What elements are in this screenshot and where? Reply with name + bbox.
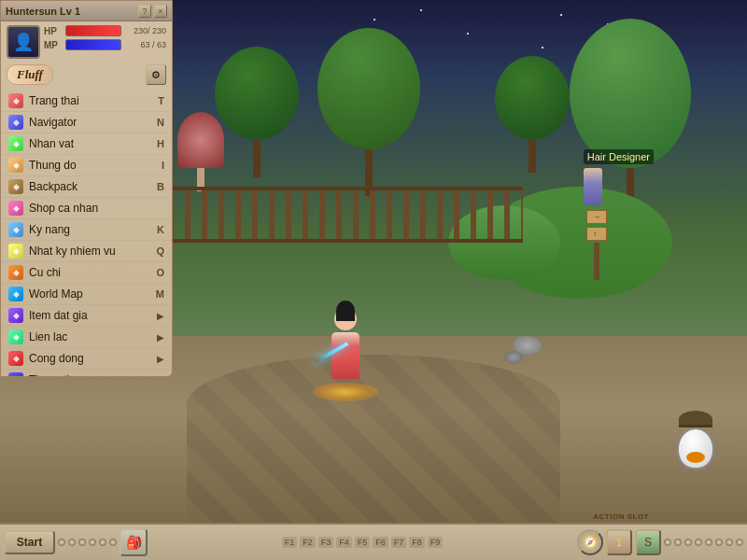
function-key-f9[interactable]: F9 bbox=[428, 537, 444, 548]
menu-arrow-cong-dong: ▶ bbox=[157, 354, 164, 364]
menu-key-nhat-ky: Q bbox=[151, 245, 164, 257]
menu-label-cu-chi: Cu chi bbox=[29, 266, 146, 279]
menu-item-world-map[interactable]: World MapM bbox=[1, 284, 172, 305]
npc-figure bbox=[584, 168, 602, 205]
mushroom-tree bbox=[177, 112, 224, 191]
function-key-f7[interactable]: F7 bbox=[391, 537, 407, 548]
taskbar-dot bbox=[684, 539, 692, 546]
menu-list: Trang thaiTNavigatorNNhan vatHThung doIB… bbox=[1, 87, 172, 376]
panel-title-icons: ? × bbox=[138, 5, 167, 18]
menu-label-lien-lac: Lien lac bbox=[29, 330, 151, 343]
menu-icon-nhan-vat bbox=[8, 136, 23, 151]
function-key-f1[interactable]: F1 bbox=[282, 537, 298, 548]
function-key-f4[interactable]: F4 bbox=[336, 537, 352, 548]
stats-area: 👤 HP 230/ 230 MP 63 / 63 bbox=[1, 21, 172, 63]
char-hair bbox=[336, 301, 355, 321]
menu-label-nhan-vat: Nhan vat bbox=[29, 137, 146, 150]
signpost: → ↑ bbox=[586, 210, 607, 280]
function-key-f2[interactable]: F2 bbox=[300, 537, 316, 548]
menu-label-item-dat-gia: Item dat gia bbox=[29, 309, 151, 322]
menu-item-cong-dong[interactable]: Cong dong▶ bbox=[1, 348, 172, 370]
menu-item-shop-ca-nhan[interactable]: Shop ca nhan bbox=[1, 198, 172, 219]
penguin-mascot bbox=[672, 411, 719, 467]
mp-fill bbox=[66, 40, 120, 49]
background-tree bbox=[215, 47, 299, 177]
char-weapon bbox=[315, 342, 349, 363]
menu-label-backpack: Backpack bbox=[29, 180, 146, 193]
function-key-f8[interactable]: F8 bbox=[409, 537, 425, 548]
menu-label-ky-nang: Ky nang bbox=[29, 223, 146, 236]
menu-arrow-thong-tin: ▶ bbox=[157, 375, 164, 377]
compass-icon[interactable]: 🧭 bbox=[577, 529, 603, 555]
char-head bbox=[334, 308, 357, 330]
menu-item-thung-do[interactable]: Thung doI bbox=[1, 155, 172, 176]
star bbox=[542, 47, 543, 49]
taskbar-dot bbox=[99, 539, 106, 546]
taskbar-dot bbox=[89, 539, 96, 546]
secondary-slot-icon[interactable]: S bbox=[635, 529, 661, 555]
menu-item-ky-nang[interactable]: Ky nangK bbox=[1, 219, 172, 241]
stone-path bbox=[187, 355, 560, 523]
star bbox=[560, 14, 562, 16]
function-key-f5[interactable]: F5 bbox=[355, 537, 371, 548]
star bbox=[374, 19, 375, 21]
menu-item-nhan-vat[interactable]: Nhan vatH bbox=[1, 133, 172, 155]
function-key-f6[interactable]: F6 bbox=[373, 537, 388, 548]
char-extra-icon[interactable]: ⚙ bbox=[146, 64, 166, 85]
taskbar-dots-right bbox=[664, 539, 743, 546]
menu-icon-world-map bbox=[8, 287, 23, 301]
menu-icon-backpack bbox=[8, 179, 23, 194]
menu-label-world-map: World Map bbox=[29, 287, 146, 301]
mp-bar bbox=[65, 39, 121, 50]
background-tree bbox=[317, 28, 420, 196]
signpost-sign1: → bbox=[586, 210, 607, 224]
menu-item-nhat-ky[interactable]: Nhat ky nhiem vuQ bbox=[1, 241, 172, 262]
hp-bar bbox=[65, 25, 121, 36]
hair-designer-label: Hair Designer bbox=[584, 149, 654, 164]
menu-icon-navigator bbox=[8, 115, 23, 130]
penguin-body bbox=[677, 427, 714, 469]
menu-item-cu-chi[interactable]: Cu chiO bbox=[1, 262, 172, 284]
menu-icon-item-dat-gia bbox=[8, 308, 23, 323]
menu-key-backpack: B bbox=[151, 181, 164, 192]
menu-key-ky-nang: K bbox=[151, 224, 164, 235]
panel-titlebar: Huntersun Lv 1 ? × bbox=[1, 1, 172, 21]
menu-icon-lien-lac bbox=[8, 329, 23, 344]
menu-item-item-dat-gia[interactable]: Item dat gia▶ bbox=[1, 305, 172, 327]
menu-icon-thung-do bbox=[8, 158, 23, 173]
hp-value: 230/ 230 bbox=[124, 26, 166, 35]
start-button[interactable]: Start bbox=[4, 530, 55, 554]
taskbar: Start 🎒 F1F2F3F4F5F6F7F8F9 🧭 1 S bbox=[0, 523, 747, 560]
menu-item-trang-thai[interactable]: Trang thaiT bbox=[1, 91, 172, 112]
mp-label: MP bbox=[44, 40, 63, 50]
help-button[interactable]: ? bbox=[138, 5, 151, 18]
menu-icon-nhat-ky bbox=[8, 244, 23, 259]
menu-key-cu-chi: O bbox=[151, 267, 164, 278]
fence bbox=[168, 187, 523, 243]
menu-item-backpack[interactable]: BackpackB bbox=[1, 176, 172, 198]
menu-item-navigator[interactable]: NavigatorN bbox=[1, 112, 172, 133]
menu-key-trang-thai: T bbox=[151, 95, 164, 106]
taskbar-dots-left bbox=[58, 539, 117, 546]
menu-icon-ky-nang bbox=[8, 222, 23, 237]
menu-item-lien-lac[interactable]: Lien lac▶ bbox=[1, 327, 172, 348]
background-tree-right2 bbox=[495, 56, 570, 173]
menu-label-nhat-ky: Nhat ky nhiem vu bbox=[29, 245, 146, 258]
action-slot-icon[interactable]: 1 bbox=[606, 529, 632, 555]
char-glow bbox=[313, 383, 378, 401]
function-key-f3[interactable]: F3 bbox=[318, 537, 334, 548]
inventory-icon[interactable]: 🎒 bbox=[120, 528, 148, 556]
taskbar-dot bbox=[58, 539, 65, 546]
menu-item-thong-tin[interactable]: Thong tin▶ bbox=[1, 370, 172, 376]
star bbox=[467, 33, 469, 35]
hp-fill bbox=[66, 26, 120, 35]
char-name-area: Fluff ⚙ bbox=[1, 63, 172, 87]
taskbar-dot bbox=[695, 539, 702, 546]
taskbar-dot bbox=[78, 539, 86, 546]
signpost-sign2: ↑ bbox=[586, 227, 607, 241]
close-button[interactable]: × bbox=[154, 5, 167, 18]
menu-scroll[interactable]: Trang thaiTNavigatorNNhan vatHThung doIB… bbox=[1, 87, 172, 376]
taskbar-right: 🧭 1 S bbox=[577, 529, 743, 555]
menu-key-navigator: N bbox=[151, 117, 164, 128]
mp-row: MP 63 / 63 bbox=[44, 39, 166, 50]
